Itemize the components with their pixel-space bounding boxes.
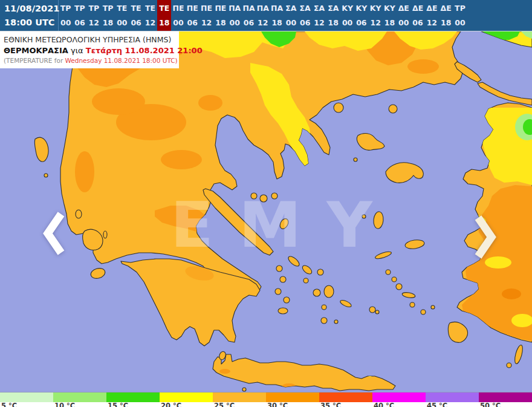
timeline-step[interactable]: ΔΕ 18	[439, 0, 453, 31]
timeline-step[interactable]: ΚΥ 12	[369, 0, 383, 31]
parameter-line: ΘΕΡΜΟΚΡΑΣΙΑ για Τετάρτη 11.08.2021 21:00	[4, 45, 174, 56]
timeline-hour-label: 00	[284, 16, 298, 29]
legend-segment	[213, 392, 266, 402]
timeline-day-label: ΤΡ	[73, 2, 86, 15]
timeline-step[interactable]: ΠΕ 06	[186, 0, 199, 31]
timeline-step[interactable]: ΠΕ 00	[171, 0, 185, 31]
timeline-day-label: ΔΕ	[439, 2, 453, 15]
timeline-step[interactable]: ΠΑ 06	[242, 0, 256, 31]
timeline-hour-label: 18	[383, 16, 397, 29]
timeline-hour-label: 00	[228, 16, 242, 29]
legend-label: 35 °C	[319, 402, 372, 407]
timeline-day-label: ΠΕ	[213, 2, 227, 15]
timeline-step[interactable]: ΤΡ 12	[87, 0, 101, 31]
timeline-day-label: ΔΕ	[410, 2, 424, 15]
legend-segment	[266, 392, 319, 402]
timeline-step[interactable]: ΤΡ 06	[73, 0, 86, 31]
timeline-step[interactable]: ΠΑ 00	[228, 0, 242, 31]
timeline-step[interactable]: ΔΕ 06	[410, 0, 424, 31]
legend-label: 25 °C	[213, 402, 266, 407]
legend-segment	[53, 392, 106, 402]
timeline-day-label: ΠΑ	[270, 2, 284, 15]
timeline-hour-label: 06	[129, 16, 143, 29]
legend-label: 45 °C	[426, 402, 479, 407]
timeline-day-label: ΠΑ	[256, 2, 270, 15]
legend-segment	[372, 392, 426, 402]
timeline-day-label: ΤΡ	[101, 2, 115, 15]
legend-label: 30 °C	[266, 402, 319, 407]
chevron-right-icon	[474, 253, 497, 262]
legend-labels: 5 °C10 °C15 °C20 °C25 °C30 °C35 °C40 °C4…	[0, 402, 532, 407]
legend-segment	[426, 392, 479, 402]
timeline-day-label: ΠΑ	[228, 2, 242, 15]
timeline-hour-label: 06	[186, 16, 199, 29]
parameter-name: ΘΕΡΜΟΚΡΑΣΙΑ	[4, 46, 68, 55]
timeline-step[interactable]: ΣΑ 12	[312, 0, 326, 31]
timeline-step[interactable]: ΤΡ 00	[453, 0, 467, 31]
timeline-hour-label: 00	[340, 16, 354, 29]
forecast-info-box: ΕΘΝΙΚΗ ΜΕΤΕΩΡΟΛΟΓΙΚΗ ΥΠΗΡΕΣΙΑ (HNMS) ΘΕΡ…	[0, 31, 179, 68]
timeline-step[interactable]: ΔΕ 12	[425, 0, 439, 31]
valid-datetime-local: Τετάρτη 11.08.2021 21:00	[86, 46, 203, 55]
legend-label: 5 °C	[0, 402, 53, 407]
agency-title: ΕΘΝΙΚΗ ΜΕΤΕΩΡΟΛΟΓΙΚΗ ΥΠΗΡΕΣΙΑ (HNMS)	[4, 34, 174, 45]
next-button[interactable]	[474, 214, 497, 262]
timeline-step[interactable]: ΣΑ 00	[284, 0, 298, 31]
legend-segment	[160, 392, 213, 402]
timeline-step[interactable]: ΚΥ 18	[383, 0, 397, 31]
prev-button[interactable]	[42, 210, 65, 258]
timeline-hour-label: 00	[453, 16, 467, 29]
timeline-hour-label: 00	[59, 16, 73, 29]
timeline-step[interactable]: ΚΥ 06	[354, 0, 368, 31]
timeline-day-label: ΤΕ	[143, 2, 157, 15]
timeline-hour-label: 12	[87, 16, 101, 29]
timeline-day-label: ΚΥ	[383, 2, 397, 15]
timeline-step[interactable]: ΠΕ 18	[213, 0, 227, 31]
timeline-day-label: ΚΥ	[354, 2, 368, 15]
timeline-day-label: ΔΕ	[425, 2, 439, 15]
hnms-forecast-viewer: 11/08/2021 18:00 UTC ΤΡ 00 ΤΡ 06 ΤΡ 12 Τ…	[0, 0, 532, 407]
timeline-day-label: ΣΑ	[312, 2, 326, 15]
timeline-hour-label: 12	[199, 16, 213, 29]
timeline-bar: 11/08/2021 18:00 UTC ΤΡ 00 ΤΡ 06 ΤΡ 12 Τ…	[0, 0, 532, 31]
timeline-hour-label: 18	[101, 16, 115, 29]
timeline-step[interactable]: ΔΕ 00	[397, 0, 410, 31]
hnms-watermark: ΕΜΥ	[170, 188, 398, 262]
current-time: 18:00 UTC	[4, 16, 58, 30]
current-datetime: 11/08/2021 18:00 UTC	[0, 0, 59, 31]
timeline-day-label: ΣΑ	[326, 2, 340, 15]
timeline-hour-label: 00	[115, 16, 129, 29]
timeline-hour-label: 18	[157, 16, 171, 29]
legend-label: 50 °C	[479, 402, 532, 407]
timeline-steps: ΤΡ 00 ΤΡ 06 ΤΡ 12 ΤΡ 18 ΤΕ 00 ΤΕ 06	[59, 0, 467, 31]
timeline-step[interactable]: ΠΑ 12	[256, 0, 270, 31]
timeline-day-label: ΠΕ	[199, 2, 213, 15]
legend-segment	[0, 392, 53, 402]
timeline-day-label: ΤΡ	[87, 2, 101, 15]
weather-map: ΕΜΥ	[0, 31, 532, 392]
legend-label: 10 °C	[53, 402, 106, 407]
timeline-step[interactable]: ΚΥ 00	[340, 0, 354, 31]
timeline-hour-label: 18	[439, 16, 453, 29]
timeline-step[interactable]: ΤΕ 00	[115, 0, 129, 31]
timeline-day-label: ΤΕ	[129, 2, 143, 15]
timeline-step[interactable]: ΠΑ 18	[270, 0, 284, 31]
timeline-step[interactable]: ΤΡ 00	[59, 0, 73, 31]
timeline-hour-label: 06	[242, 16, 256, 29]
timeline-hour-label: 18	[213, 16, 227, 29]
timeline-hour-label: 12	[256, 16, 270, 29]
timeline-step[interactable]: ΣΑ 18	[326, 0, 340, 31]
timeline-day-label: ΣΑ	[298, 2, 312, 15]
timeline-hour-label: 00	[397, 16, 410, 29]
timeline-hour-label: 12	[369, 16, 383, 29]
timeline-day-label: ΣΑ	[284, 2, 298, 15]
timeline-step[interactable]: ΤΕ 12	[143, 0, 157, 31]
timeline-step[interactable]: ΠΕ 12	[199, 0, 213, 31]
timeline-step[interactable]: ΤΡ 18	[101, 0, 115, 31]
timeline-step[interactable]: ΤΕ 06	[129, 0, 143, 31]
timeline-step[interactable]: ΣΑ 06	[298, 0, 312, 31]
timeline-step[interactable]: ΤΕ 18	[157, 0, 171, 31]
legend-label: 40 °C	[372, 402, 426, 407]
current-date: 11/08/2021	[4, 2, 58, 16]
timeline-day-label: ΤΡ	[453, 2, 467, 15]
